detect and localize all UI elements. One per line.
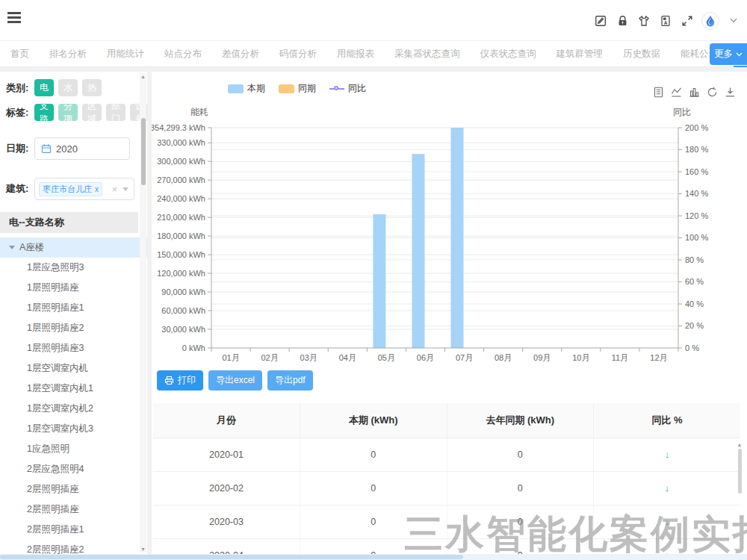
tag-chip-2[interactable]: 区域	[82, 104, 102, 121]
table-header-0: 月份	[153, 403, 300, 438]
tree-expand-icon[interactable]	[9, 246, 15, 249]
menu-icon[interactable]	[7, 12, 22, 24]
tree-item-11[interactable]: 2层应急照明4	[0, 459, 147, 479]
table-header-3: 同比 %	[594, 403, 741, 438]
data-view-icon[interactable]	[653, 87, 665, 99]
edit-square-icon[interactable]	[593, 13, 608, 28]
select-clear-icon[interactable]: ×	[111, 184, 117, 195]
tree-item-7[interactable]: 1层空调室内机1	[0, 379, 147, 399]
export-excel-button[interactable]: 导出excel	[208, 370, 262, 391]
tab-item-3[interactable]: 站点分布	[164, 41, 202, 67]
svg-text:20 %: 20 %	[685, 321, 704, 330]
tab-item-4[interactable]: 差值分析	[222, 41, 259, 67]
restore-icon[interactable]	[707, 87, 719, 99]
analysis-panel: 本期同期同比 能耗 同比 0 kWh30,000 kWh60,000 kWh90	[152, 72, 747, 554]
scroll-down-icon[interactable]: ▼	[140, 547, 146, 552]
category-chip-1[interactable]: 水	[58, 79, 78, 96]
filter-sidebar: 类别: 电水热 标签: 支路分项区域部门设备 日期: 2020 建筑: 枣庄市台…	[0, 72, 147, 554]
select-caret-icon	[123, 187, 128, 191]
save-image-icon[interactable]	[725, 87, 737, 99]
tree-item-5[interactable]: 1层照明插座3	[0, 338, 147, 358]
id-card-icon[interactable]: A	[658, 13, 673, 28]
app-logo[interactable]	[701, 12, 719, 30]
tree-item-8[interactable]: 1层空调室内机2	[0, 399, 147, 419]
legend-item-本期[interactable]: 本期	[228, 82, 265, 95]
tree-item-3[interactable]: 1层照明插座1	[0, 298, 147, 318]
svg-text:240,000 kWh: 240,000 kWh	[157, 194, 205, 203]
top-header: A	[0, 0, 747, 41]
action-buttons: 打印 导出excel 导出pdf	[157, 370, 313, 391]
table-scroll-thumb[interactable]	[738, 449, 742, 494]
table-row: 2020-02 0 0 ↓	[153, 471, 740, 505]
bar-chart-icon[interactable]	[689, 87, 701, 99]
lock-icon[interactable]	[615, 13, 630, 28]
sidebar-scrollbar[interactable]: ▲ ▼	[140, 73, 146, 553]
svg-text:0 kWh: 0 kWh	[182, 343, 205, 352]
horizontal-scrollbar[interactable]	[0, 554, 747, 560]
tab-item-8[interactable]: 仪表状态查询	[480, 41, 536, 67]
tree-item-12[interactable]: 2层照明插座	[0, 479, 147, 500]
building-select[interactable]: 枣庄市台儿庄 x ×	[34, 178, 134, 200]
svg-text:04月: 04月	[339, 353, 356, 362]
tab-item-7[interactable]: 采集器状态查询	[394, 41, 460, 67]
svg-text:330,000 kWh: 330,000 kWh	[157, 138, 205, 147]
category-chip-2[interactable]: 热	[82, 79, 102, 96]
svg-text:03月: 03月	[300, 353, 317, 362]
svg-text:09月: 09月	[533, 353, 551, 362]
tree-item-13[interactable]: 2层照明插座	[0, 500, 147, 520]
tab-item-2[interactable]: 用能统计	[107, 41, 144, 67]
category-label: 类别:	[6, 81, 34, 95]
sidebar-scroll-thumb[interactable]	[141, 118, 146, 185]
legend-item-同期[interactable]: 同期	[279, 82, 316, 95]
svg-text:354,299.3 kWh: 354,299.3 kWh	[152, 123, 205, 132]
table-scroll-up-icon[interactable]: ▲	[737, 442, 743, 447]
user-chevron-down-icon[interactable]	[726, 13, 741, 28]
tab-item-6[interactable]: 用能报表	[337, 41, 374, 67]
tab-item-10[interactable]: 历史数据	[623, 41, 660, 67]
tree-item-6[interactable]: 1层空调室内机	[0, 358, 147, 379]
tree-item-9[interactable]: 1层空调室内机3	[0, 419, 147, 439]
line-chart-icon[interactable]	[671, 87, 683, 99]
tree-item-2[interactable]: 1层照明插座	[0, 278, 147, 298]
print-button[interactable]: 打印	[157, 370, 203, 391]
tree-item-0[interactable]: A座楼	[0, 237, 147, 258]
tag-chip-1[interactable]: 分项	[58, 104, 78, 121]
trend-down-icon: ↓	[665, 482, 670, 494]
tag-remove-icon[interactable]: x	[95, 185, 99, 193]
svg-text:10月: 10月	[572, 353, 589, 362]
tab-item-1[interactable]: 排名分析	[49, 41, 87, 67]
chart-legend: 本期同期同比	[228, 82, 366, 95]
svg-text:120,000 kWh: 120,000 kWh	[157, 269, 205, 278]
building-label: 建筑:	[6, 182, 34, 196]
tree-item-15[interactable]: 2层照明插座2	[0, 540, 147, 554]
date-label: 日期:	[6, 142, 34, 155]
tree-item-1[interactable]: 1层应急照明3	[0, 258, 147, 278]
calendar-icon	[41, 143, 52, 154]
comparison-chart[interactable]: 0 kWh30,000 kWh60,000 kWh90,000 kWh120,0…	[152, 116, 747, 367]
scroll-up-icon[interactable]: ▲	[140, 74, 146, 79]
export-pdf-button[interactable]: 导出pdf	[267, 370, 313, 391]
tag-label: 标签:	[6, 106, 34, 119]
tag-chip-0[interactable]: 支路	[34, 104, 54, 121]
svg-text:02月: 02月	[261, 353, 279, 362]
legend-item-同比[interactable]: 同比	[329, 82, 366, 95]
tab-item-9[interactable]: 建筑群管理	[557, 41, 604, 67]
date-value: 2020	[56, 143, 78, 155]
date-input[interactable]: 2020	[34, 137, 130, 160]
theme-shirt-icon[interactable]	[636, 13, 651, 28]
tree-item-4[interactable]: 1层照明插座2	[0, 318, 147, 338]
tab-item-5[interactable]: 码值分析	[279, 41, 317, 67]
fullscreen-icon[interactable]	[680, 13, 695, 28]
svg-text:12月: 12月	[650, 353, 667, 362]
tag-chip-group: 支路分项区域部门设备	[34, 104, 147, 121]
tag-chip-3[interactable]: 部门	[106, 104, 125, 121]
watermark-text: 三水智能化案例实拍	[404, 508, 747, 554]
tree-item-14[interactable]: 2层照明插座1	[0, 520, 147, 540]
svg-text:210,000 kWh: 210,000 kWh	[157, 213, 205, 222]
category-chip-0[interactable]: 电	[34, 79, 54, 96]
tree-item-10[interactable]: 1应急照明	[0, 439, 147, 459]
horizontal-scroll-thumb[interactable]	[0, 555, 463, 559]
branch-section-title: 电--支路名称	[0, 212, 138, 233]
more-button[interactable]: 更多	[710, 43, 747, 65]
tab-item-0[interactable]: 首页	[10, 41, 29, 67]
